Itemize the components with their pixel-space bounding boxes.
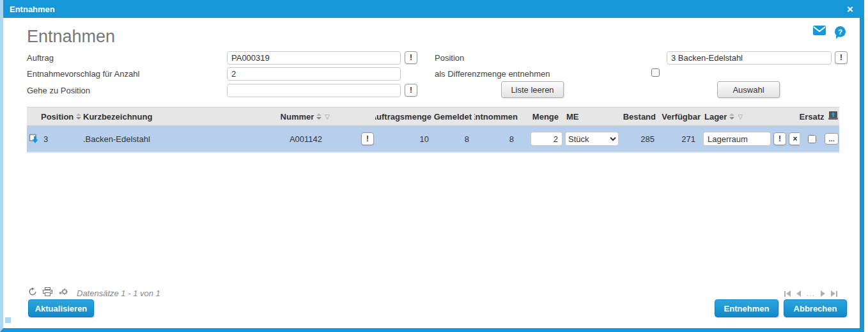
- sort-icon: [729, 113, 734, 120]
- entnahmen-table: Position Kurzbezeichnung Nummer ▽ Auftra…: [27, 107, 839, 153]
- row-cell-verfuegbar: 271: [658, 126, 702, 153]
- pagination: ...: [784, 289, 837, 298]
- row-more-button[interactable]: ...: [825, 133, 839, 145]
- filter-icon[interactable]: ▽: [738, 113, 743, 120]
- col-header-ersatz[interactable]: Ersatz: [800, 107, 824, 126]
- resize-grip[interactable]: [5, 317, 11, 323]
- col-header-verfuegbar[interactable]: Verfügbar: [658, 107, 702, 126]
- dialog-content: Entnahmen ? Auftrag ! Entnahmevorschlag …: [3, 18, 860, 328]
- menge-input[interactable]: [531, 132, 562, 146]
- screen: Entnahmen × Entnahmen ? Auftrag ! Entnah…: [0, 0, 868, 332]
- row-cell-nummer[interactable]: A001142: [219, 126, 346, 153]
- pagination-last-icon[interactable]: [831, 290, 837, 297]
- auftrag-label: Auftrag: [27, 53, 54, 63]
- position-input[interactable]: [667, 51, 832, 65]
- row-cell-more: ...: [824, 126, 839, 153]
- col-header-spacer: [346, 107, 375, 126]
- lager-clear-button[interactable]: ×: [789, 132, 800, 145]
- pagination-first-icon[interactable]: [784, 290, 791, 297]
- dialog-title: Entnahmen: [10, 4, 55, 14]
- ersatz-checkbox[interactable]: [808, 135, 816, 143]
- row-cell-lager: ! ×: [702, 126, 800, 153]
- gehe-zu-position-label: Gehe zu Position: [27, 86, 90, 95]
- row-cell-detail: !: [346, 126, 375, 153]
- row-cell-menge: [519, 126, 562, 153]
- abbrechen-button[interactable]: Abbrechen: [784, 299, 847, 317]
- col-header-lager[interactable]: Lager ▽: [702, 107, 800, 126]
- lager-detail-button[interactable]: !: [773, 132, 786, 145]
- col-header-menge[interactable]: Menge: [519, 107, 562, 126]
- mail-icon[interactable]: [813, 26, 826, 38]
- pagination-prev-icon[interactable]: [796, 290, 801, 297]
- row-detail-button[interactable]: !: [361, 132, 374, 145]
- sort-icon: [76, 113, 81, 120]
- refresh-icon[interactable]: [28, 287, 37, 299]
- help-icon[interactable]: ?: [835, 26, 846, 37]
- auswahl-button[interactable]: Auswahl: [717, 81, 780, 98]
- aktualisieren-button[interactable]: Aktualisieren: [28, 299, 94, 317]
- col-header-nummer[interactable]: Nummer ▽: [219, 107, 346, 126]
- filter-icon[interactable]: ▽: [325, 113, 330, 120]
- auftrag-input[interactable]: [227, 51, 401, 65]
- records-count: Datensätze 1 - 1 von 1: [77, 289, 160, 298]
- row-cell-bestand: 285: [620, 126, 658, 153]
- col-header-position[interactable]: Position: [27, 107, 83, 126]
- entnahmen-dialog: Entnahmen × Entnahmen ? Auftrag ! Entnah…: [0, 0, 864, 332]
- row-cell-position[interactable]: 3: [27, 126, 83, 153]
- row-cell-entnommen: 8: [474, 126, 519, 153]
- close-icon[interactable]: ×: [847, 4, 853, 15]
- col-header-bestand[interactable]: Bestand: [620, 107, 658, 126]
- gehe-zu-position-input[interactable]: [227, 84, 401, 97]
- printer-icon[interactable]: [43, 287, 52, 299]
- row-cell-gemeldet: 8: [433, 126, 474, 153]
- liste-leeren-button[interactable]: Liste leeren: [501, 81, 564, 98]
- withdraw-row-icon[interactable]: [29, 134, 40, 145]
- pagination-ellipsis: ...: [807, 289, 815, 298]
- row-cell-kurzbezeichnung[interactable]: .Backen-Edelstahl: [83, 126, 219, 153]
- me-select[interactable]: Stück: [565, 132, 619, 146]
- lager-input[interactable]: [703, 132, 771, 146]
- col-header-entnommen[interactable]: Entnommen: [474, 107, 519, 126]
- dialog-titlebar[interactable]: Entnahmen ×: [3, 0, 860, 18]
- col-header-auftragsmenge[interactable]: Auftragsmenge: [375, 107, 433, 126]
- col-header-gemeldet[interactable]: Gemeldet: [433, 107, 474, 126]
- gears-icon[interactable]: [58, 287, 68, 299]
- row-cell-me: Stück: [562, 126, 620, 153]
- sort-icon: [316, 113, 322, 120]
- position-label: Position: [435, 53, 464, 63]
- position-detail-button[interactable]: !: [835, 51, 848, 64]
- auftrag-detail-button[interactable]: !: [405, 51, 417, 64]
- header-actions: ?: [813, 26, 846, 38]
- list-toolbar: [28, 287, 68, 299]
- pagination-next-icon[interactable]: [821, 290, 825, 297]
- col-header-tools: [824, 107, 839, 126]
- col-header-kurzbezeichnung[interactable]: Kurzbezeichnung: [83, 107, 219, 126]
- row-cell-ersatz: [800, 126, 824, 153]
- gehe-zu-position-detail-button[interactable]: !: [405, 84, 417, 97]
- col-header-me[interactable]: ME: [562, 107, 620, 126]
- export-screen-icon[interactable]: [828, 111, 838, 122]
- entnahmevorschlag-input[interactable]: [227, 67, 401, 81]
- entnahmevorschlag-label: Entnahmevorschlag für Anzahl: [27, 69, 139, 79]
- row-cell-auftragsmenge: 10: [375, 126, 433, 153]
- entnehmen-button[interactable]: Entnehmen: [715, 299, 779, 317]
- page-title: Entnahmen: [27, 27, 115, 47]
- differenzmenge-checkbox[interactable]: [651, 68, 660, 77]
- differenzmenge-label: als Differenzmenge entnehmen: [435, 69, 550, 79]
